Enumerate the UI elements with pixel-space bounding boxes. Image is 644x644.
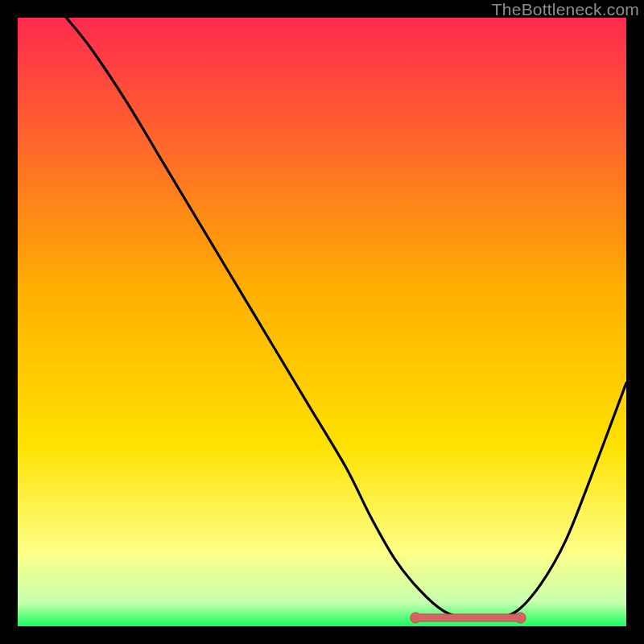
gradient-background [18, 18, 626, 626]
chart-frame [18, 18, 626, 626]
bottleneck-chart [18, 18, 626, 626]
attribution-text: TheBottleneck.com [492, 0, 639, 19]
optimal-range-marker [411, 613, 526, 623]
